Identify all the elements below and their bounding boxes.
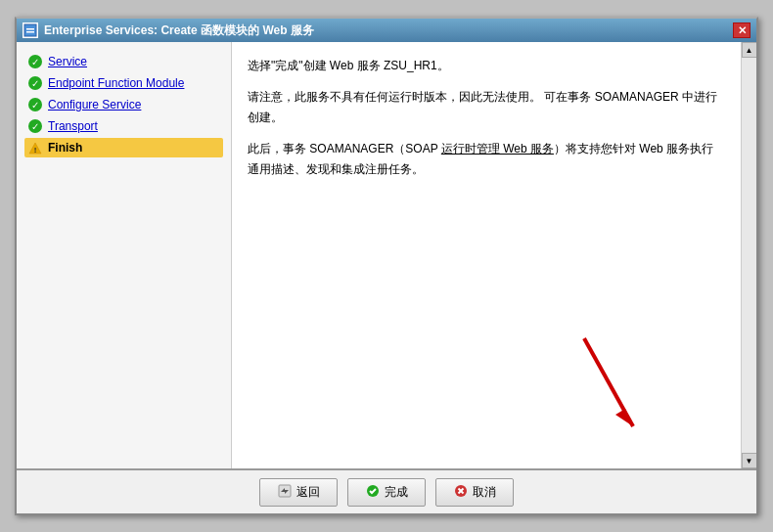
sidebar: ✓ Service ✓ Endpoint Function Module ✓ C… <box>17 42 232 468</box>
main-window: Enterprise Services: Create 函数模块的 Web 服务… <box>15 17 758 515</box>
sidebar-item-endpoint[interactable]: ✓ Endpoint Function Module <box>24 73 223 93</box>
scrollbar-right[interactable]: ▲ ▼ <box>741 42 756 468</box>
sidebar-label-finish[interactable]: Finish <box>48 141 82 155</box>
window-title: Enterprise Services: Create 函数模块的 Web 服务 <box>44 22 314 39</box>
back-label: 返回 <box>296 484 320 501</box>
svg-text:!: ! <box>34 145 37 154</box>
status-dot-endpoint: ✓ <box>28 76 42 90</box>
content-para2: 请注意，此服务不具有任何运行时版本，因此无法使用。 可在事务 SOAMANAGE… <box>248 87 725 129</box>
title-bar-left: Enterprise Services: Create 函数模块的 Web 服务 <box>23 22 314 39</box>
main-content: 选择"完成"创建 Web 服务 ZSU_HR1。 请注意，此服务不具有任何运行时… <box>232 42 741 468</box>
content-body: 选择"完成"创建 Web 服务 ZSU_HR1。 请注意，此服务不具有任何运行时… <box>248 56 725 181</box>
footer: 返回 完成 取消 <box>17 468 756 513</box>
sidebar-item-finish[interactable]: ! Finish <box>24 138 223 157</box>
sidebar-label-transport[interactable]: Transport <box>48 119 98 133</box>
status-dot-service: ✓ <box>28 55 42 68</box>
sidebar-item-service[interactable]: ✓ Service <box>24 52 223 71</box>
cancel-button[interactable]: 取消 <box>435 478 514 507</box>
cancel-label: 取消 <box>473 484 496 501</box>
scrollbar-track <box>742 58 756 453</box>
svg-rect-0 <box>24 24 36 36</box>
close-button[interactable]: ✕ <box>733 22 750 38</box>
cancel-icon <box>453 483 469 502</box>
sidebar-item-configure[interactable]: ✓ Configure Service <box>24 95 223 114</box>
red-arrow-indicator <box>565 329 653 459</box>
sidebar-label-configure[interactable]: Configure Service <box>48 98 141 111</box>
scroll-down-button[interactable]: ▼ <box>742 453 757 468</box>
window-body: ✓ Service ✓ Endpoint Function Module ✓ C… <box>17 42 756 468</box>
back-button[interactable]: 返回 <box>259 478 338 507</box>
back-icon <box>277 483 293 502</box>
status-dot-finish: ! <box>28 141 42 155</box>
finish-label: 完成 <box>385 484 408 501</box>
content-para1: 选择"完成"创建 Web 服务 ZSU_HR1。 <box>248 56 725 77</box>
window-icon <box>23 22 38 38</box>
finish-button[interactable]: 完成 <box>347 478 426 507</box>
status-dot-transport: ✓ <box>28 119 42 133</box>
scroll-up-button[interactable]: ▲ <box>742 42 757 58</box>
content-para3: 此后，事务 SOAMANAGER（SOAP 运行时管理 Web 服务）将支持您针… <box>248 139 725 181</box>
sidebar-label-endpoint[interactable]: Endpoint Function Module <box>48 76 184 90</box>
finish-icon <box>365 483 381 502</box>
svg-rect-1 <box>26 28 34 30</box>
svg-rect-2 <box>26 31 34 33</box>
sidebar-label-service[interactable]: Service <box>48 55 87 68</box>
title-bar: Enterprise Services: Create 函数模块的 Web 服务… <box>17 19 756 42</box>
sidebar-item-transport[interactable]: ✓ Transport <box>24 116 223 136</box>
status-dot-configure: ✓ <box>28 98 42 111</box>
svg-marker-6 <box>615 409 633 426</box>
